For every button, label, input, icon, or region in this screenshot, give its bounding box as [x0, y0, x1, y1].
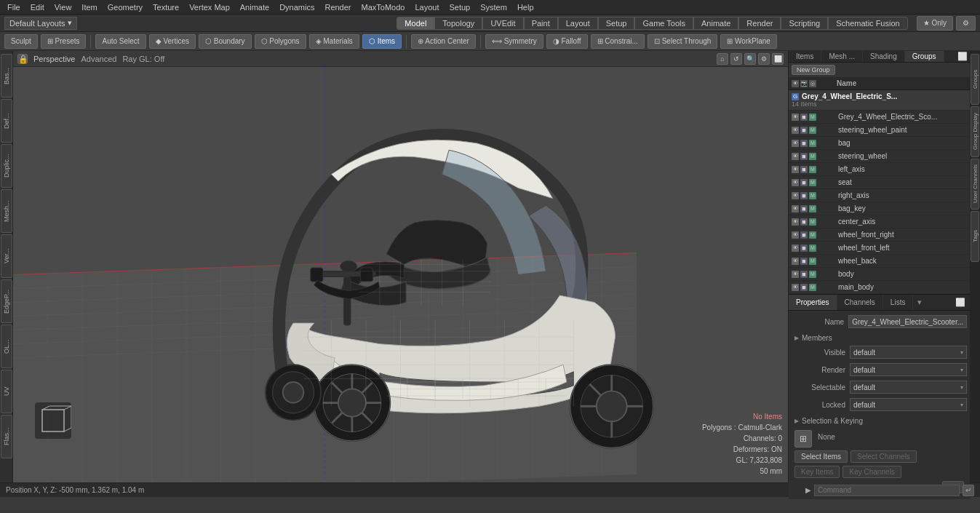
props-tab-more[interactable]: ▾	[913, 298, 926, 307]
list-item[interactable]: 👁 ◼ M wheel_front_left	[789, 242, 970, 255]
right-tab-expand-btn[interactable]: ⬜	[955, 51, 970, 62]
right-tab-shading[interactable]: Shading	[863, 51, 905, 62]
vp-refresh-btn[interactable]: ↺	[730, 53, 742, 65]
symmetry-btn[interactable]: ⟺ Symmetry	[485, 34, 543, 49]
vp-settings-btn[interactable]: ⚙	[758, 53, 770, 65]
left-tab-mesh[interactable]: Mesh...	[1, 189, 12, 233]
boundary-btn[interactable]: ⬡ Boundary	[199, 34, 252, 49]
render-dropdown[interactable]: default ▾	[850, 363, 967, 376]
key-items-btn[interactable]: Key Items	[794, 466, 840, 478]
menu-render[interactable]: Render	[320, 1, 355, 13]
right-tab-items[interactable]: Items	[789, 51, 821, 62]
left-tab-ol[interactable]: OL...	[1, 325, 12, 368]
list-item[interactable]: 👁 ◼ M Grey_4_Wheel_Electric_Sco...	[789, 111, 970, 124]
command-input[interactable]	[814, 485, 960, 496]
props-tab-lists[interactable]: Lists	[883, 295, 914, 310]
materials-btn[interactable]: ◈ Materials	[309, 34, 359, 49]
new-group-btn[interactable]: New Group	[792, 65, 835, 75]
tab-uvedit[interactable]: UVEdit	[482, 17, 523, 30]
left-tab-duplic[interactable]: Duplic...	[1, 144, 12, 188]
list-item[interactable]: 👁 ◼ M seat	[789, 176, 970, 189]
list-item[interactable]: 👁 ◼ M main_body	[789, 281, 970, 294]
list-item[interactable]: 👁 ◼ M wheel_front_right	[789, 228, 970, 242]
items-btn[interactable]: ⬡ Items	[362, 34, 402, 49]
menu-geometry[interactable]: Geometry	[103, 1, 147, 13]
right-vtab-user-channels[interactable]: User Channels	[971, 159, 979, 210]
tab-game-tools[interactable]: Game Tools	[634, 17, 693, 30]
props-tab-channels[interactable]: Channels	[837, 295, 883, 310]
key-channels-btn[interactable]: Key Channels	[842, 466, 901, 478]
falloff-btn[interactable]: ◑ Falloff	[546, 34, 588, 49]
list-item[interactable]: 👁 ◼ M center_axis	[789, 215, 970, 228]
visible-dropdown[interactable]: default ▾	[850, 346, 967, 359]
workplane-btn[interactable]: ⊞ WorkPlane	[720, 34, 777, 49]
left-tab-bas[interactable]: Bas...	[1, 54, 12, 98]
menu-edit[interactable]: Edit	[26, 1, 49, 13]
props-tab-expand[interactable]: ⬜	[951, 298, 970, 307]
menu-dynamics[interactable]: Dynamics	[275, 1, 319, 13]
vertices-btn[interactable]: ◆ Vertices	[149, 34, 196, 49]
menu-view[interactable]: View	[50, 1, 76, 13]
list-item[interactable]: 👁 ◼ M wheel_back	[789, 255, 970, 268]
right-vtab-group-display[interactable]: Group Display	[971, 106, 979, 157]
left-tab-def[interactable]: Def...	[1, 99, 12, 143]
props-tab-properties[interactable]: Properties	[789, 295, 837, 310]
tab-render[interactable]: Render	[738, 17, 781, 30]
star-only-btn[interactable]: ★ Only	[917, 16, 953, 31]
right-tab-groups[interactable]: Groups	[905, 51, 944, 62]
viewport-lock-btn[interactable]: 🔒	[17, 54, 28, 64]
left-tab-edge[interactable]: EdgeP...	[1, 279, 12, 323]
list-item[interactable]: 👁 ◼ M right_axis	[789, 189, 970, 202]
vp-home-btn[interactable]: ⌂	[717, 53, 728, 65]
selectable-dropdown[interactable]: default ▾	[850, 381, 967, 394]
left-tab-ver[interactable]: Ver...	[1, 234, 12, 278]
tab-animate[interactable]: Animate	[693, 17, 738, 30]
tab-topology[interactable]: Topology	[434, 17, 482, 30]
tab-layout[interactable]: Layout	[558, 17, 598, 30]
tab-setup[interactable]: Setup	[598, 17, 635, 30]
name-value[interactable]: Grey_4_Wheel_Electric_Scooter...	[848, 315, 967, 328]
action-center-btn[interactable]: ⊕ Action Center	[411, 34, 476, 49]
tab-paint[interactable]: Paint	[524, 17, 558, 30]
menu-animate[interactable]: Animate	[236, 1, 274, 13]
auto-select-btn[interactable]: Auto Select	[95, 34, 146, 49]
groups-list[interactable]: 👁 ◼ M Grey_4_Wheel_Electric_Sco... 👁 ◼ M…	[789, 111, 970, 294]
menu-system[interactable]: System	[476, 1, 511, 13]
constraints-btn[interactable]: ⊞ Constrai...	[591, 34, 645, 49]
right-tab-mesh[interactable]: Mesh ...	[821, 51, 863, 62]
menu-layout[interactable]: Layout	[410, 1, 443, 13]
list-item[interactable]: 👁 ◼ M body	[789, 268, 970, 281]
members-section[interactable]: ▶ Members	[792, 331, 967, 344]
select-through-btn[interactable]: ⊡ Select Through	[648, 34, 717, 49]
right-vtab-tags[interactable]: Tags	[971, 211, 979, 262]
gear-btn[interactable]: ⚙	[956, 16, 976, 31]
sculpt-btn[interactable]: Sculpt	[4, 34, 38, 49]
select-channels-btn[interactable]: Select Channels	[850, 450, 917, 463]
right-vtab-groups[interactable]: Groups	[971, 54, 979, 105]
command-execute-btn[interactable]: ↵	[963, 485, 974, 496]
list-item[interactable]: 👁 ◼ M steering_wheel	[789, 150, 970, 163]
list-item[interactable]: 👁 ◼ M steering_wheel_paint	[789, 124, 970, 137]
viewport-3d[interactable]: No Items Polygons : Catmull-Clark Channe…	[13, 67, 788, 482]
select-items-btn[interactable]: Select Items	[794, 450, 848, 463]
menu-file[interactable]: File	[3, 1, 25, 13]
menu-maxcomodo[interactable]: MaxToModo	[357, 1, 410, 13]
vp-expand-btn[interactable]: ⬜	[772, 53, 784, 65]
menu-help[interactable]: Help	[513, 1, 538, 13]
left-tab-uv[interactable]: UV	[1, 370, 12, 413]
locked-dropdown[interactable]: default ▾	[850, 398, 967, 411]
list-item[interactable]: 👁 ◼ M left_axis	[789, 163, 970, 176]
left-tab-flas[interactable]: Flas...	[1, 415, 12, 458]
vp-search-btn[interactable]: 🔍	[744, 53, 756, 65]
tab-model[interactable]: Model	[397, 17, 434, 30]
presets-btn[interactable]: ⊞ Presets	[41, 34, 87, 49]
tab-schematic[interactable]: Schematic Fusion	[828, 17, 907, 30]
sel-keying-section[interactable]: ▶ Selection & Keying	[792, 414, 967, 427]
menu-texture[interactable]: Texture	[148, 1, 183, 13]
menu-item[interactable]: Item	[77, 1, 101, 13]
list-item[interactable]: 👁 ◼ M bag_key	[789, 202, 970, 215]
polygons-btn[interactable]: ⬡ Polygons	[255, 34, 306, 49]
tab-scripting[interactable]: Scripting	[781, 17, 828, 30]
menu-setup[interactable]: Setup	[445, 1, 474, 13]
layout-dropdown[interactable]: Default Layouts ▾	[4, 17, 77, 30]
